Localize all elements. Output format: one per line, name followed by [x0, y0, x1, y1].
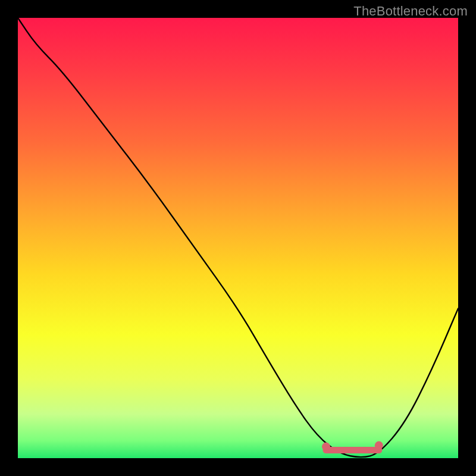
watermark-label: TheBottleneck.com — [353, 4, 468, 19]
plot-area — [18, 18, 458, 458]
chart-svg — [18, 18, 458, 458]
optimal-range-start-dot — [322, 443, 330, 451]
bottleneck-curve — [18, 18, 458, 457]
optimal-range-end-dot — [375, 441, 383, 450]
chart-container: TheBottleneck.com — [0, 0, 476, 476]
